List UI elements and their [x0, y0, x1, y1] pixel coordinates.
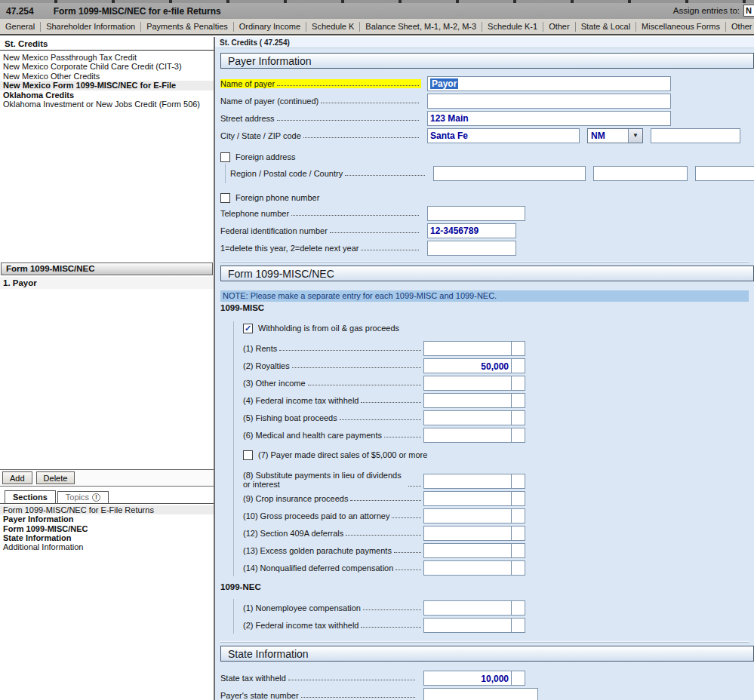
amount-detail-box[interactable] [511, 527, 525, 540]
tab-shareholder-information[interactable]: Shareholder Information [41, 22, 140, 31]
sections-item-form-1099[interactable]: Form 1099-MISC/NEC [0, 524, 214, 533]
substitute-payments-input[interactable] [423, 474, 525, 489]
amount-value [424, 411, 511, 425]
field-label: (5) Fishing boat proceeds [243, 413, 337, 422]
field-label: (12) Section 409A deferrals [243, 529, 343, 538]
delete-year-input[interactable] [427, 241, 516, 256]
direct-sales-checkbox[interactable] [243, 450, 253, 460]
form-row-substitute-payments: (8) Substitute payments in lieu of divid… [243, 462, 754, 490]
state-select[interactable]: NM [587, 128, 643, 143]
nonqualified-compensation-input[interactable] [423, 560, 525, 576]
delete-button[interactable]: Delete [36, 471, 75, 484]
sidebar-item-nm-passthrough[interactable]: New Mexico Passthrough Tax Credit [0, 53, 214, 62]
sections-item-state-information[interactable]: State Information [0, 533, 214, 542]
tab-miscellaneous-forms[interactable]: Miscellaneous Forms [636, 22, 725, 31]
foreign-address-checkbox[interactable] [220, 152, 230, 162]
payer-rows: Name of payer Payor Name of payer (conti… [220, 75, 754, 144]
tab-sections[interactable]: Sections [5, 490, 56, 503]
sections-topics-tabs: Sections Topics [0, 488, 214, 504]
amount-detail-box[interactable] [511, 394, 525, 407]
city-input[interactable]: Santa Fe [427, 128, 580, 143]
rents-input[interactable] [423, 341, 525, 356]
amount-detail-box[interactable] [511, 474, 525, 488]
attorney-proceeds-input[interactable] [423, 508, 525, 523]
label-cell: Payer's state number [220, 691, 417, 700]
sidebar-item-nm-1099-efile[interactable]: New Mexico Form 1099-MISC/NEC for E-File [0, 81, 214, 90]
dotted-leader [279, 350, 421, 351]
sidebar-item-nm-child-care[interactable]: New Mexico Corporate Child Care Credit (… [0, 62, 214, 71]
payer-state-number-input[interactable] [423, 688, 538, 700]
fishing-boat-input[interactable] [423, 410, 525, 425]
form-row-other-income: (3) Other income [243, 374, 754, 391]
sections-item-additional-information[interactable]: Additional Information [0, 542, 214, 551]
tab-state-local[interactable]: State & Local [576, 22, 636, 31]
field-label: (1) Nonemployee compensation [243, 603, 361, 612]
tab-other[interactable]: Other [543, 22, 575, 31]
subheader-1099-nec: 1099-NEC [220, 582, 754, 591]
amount-detail-box[interactable] [511, 561, 525, 575]
amount-value [424, 428, 511, 442]
amount-detail-box[interactable] [511, 492, 525, 505]
name-of-payer-input[interactable]: Payor [427, 76, 671, 91]
form-row-nonqualified-compensation: (14) Nonqualified deferred compensation [243, 559, 754, 576]
amount-detail-box[interactable] [511, 342, 525, 355]
sections-item-efile-returns[interactable]: Form 1099-MISC/NEC for E-File Returns [0, 505, 214, 514]
amount-detail-box[interactable] [511, 376, 525, 390]
amount-detail-box[interactable] [511, 601, 525, 615]
tab-topics[interactable]: Topics [57, 491, 109, 503]
amount-detail-box[interactable] [511, 359, 525, 373]
postal-code-input[interactable] [593, 166, 688, 181]
crop-insurance-input[interactable] [423, 491, 525, 506]
sections-list: Form 1099-MISC/NEC for E-File Returns Pa… [0, 505, 214, 551]
label-cell: Street address [220, 114, 421, 123]
form-row-attorney-proceeds: (10) Gross proceeds paid to an attorney [243, 507, 754, 524]
zip-code-input[interactable] [651, 128, 740, 143]
medical-payments-input[interactable] [423, 428, 525, 443]
sections-item-payer-information[interactable]: Payer Information [0, 514, 214, 523]
amount-detail-box[interactable] [511, 509, 525, 523]
federal-withheld-input[interactable] [423, 393, 525, 408]
tab-balance-sheet[interactable]: Balance Sheet, M-1, M-2, M-3 [360, 22, 482, 31]
amount-detail-box[interactable] [511, 544, 525, 557]
tab-ordinary-income[interactable]: Ordinary Income [234, 22, 306, 31]
tab-general[interactable]: General [0, 22, 40, 31]
assign-entries-select[interactable]: N [743, 5, 754, 17]
nec-federal-withheld-input[interactable] [423, 618, 525, 633]
fein-input[interactable]: 12-3456789 [427, 223, 516, 238]
golden-parachute-input[interactable] [423, 543, 525, 558]
entity-item-payor[interactable]: 1. Payor [0, 277, 214, 289]
amount-detail-box[interactable] [511, 411, 525, 425]
country-input[interactable] [695, 166, 754, 181]
direct-sales-label: (7) Payer made direct sales of $5,000 or… [258, 450, 427, 459]
field-label: Telephone number [220, 209, 289, 218]
tab-other-forms[interactable]: Other Forms [726, 22, 754, 31]
chevron-down-icon[interactable] [628, 129, 642, 143]
label-cell: State tax withheld [220, 674, 417, 683]
tab-schedule-k[interactable]: Schedule K [306, 22, 359, 31]
amount-detail-box[interactable] [511, 671, 525, 685]
foreign-phone-checkbox[interactable] [220, 193, 230, 203]
field-label: Region / Postal code / Country [230, 169, 343, 178]
form-row-name-continued: Name of payer (continued) [220, 92, 754, 109]
nonemployee-compensation-input[interactable] [423, 600, 525, 616]
sidebar-item-oklahoma-credits[interactable]: Oklahoma Credits [0, 91, 214, 100]
royalties-input[interactable]: 50,000 [423, 358, 525, 373]
region-input[interactable] [433, 166, 586, 181]
tab-payments-penalties[interactable]: Payments & Penalties [141, 22, 233, 31]
add-button[interactable]: Add [2, 471, 32, 484]
tab-schedule-k1[interactable]: Schedule K-1 [482, 22, 543, 31]
sidebar-item-nm-other-credits[interactable]: New Mexico Other Credits [0, 72, 214, 81]
state-tax-withheld-input[interactable]: 10,000 [423, 671, 525, 686]
sidebar-item-ok-investment[interactable]: Oklahoma Investment or New Jobs Credit (… [0, 100, 214, 109]
page-title: Form 1099-MISC/NEC for e-file Returns [54, 6, 221, 17]
foreign-phone-row: Foreign phone number [220, 191, 754, 204]
assign-entries: Assign entries to: N [673, 5, 754, 17]
other-income-input[interactable] [423, 376, 525, 391]
amount-detail-box[interactable] [511, 428, 525, 442]
telephone-input[interactable] [427, 206, 525, 221]
name-continued-input[interactable] [427, 94, 671, 109]
withholding-checkbox-checked[interactable] [243, 324, 253, 333]
street-address-input[interactable]: 123 Main [427, 111, 671, 126]
409a-deferrals-input[interactable] [423, 526, 525, 541]
amount-detail-box[interactable] [511, 619, 525, 632]
